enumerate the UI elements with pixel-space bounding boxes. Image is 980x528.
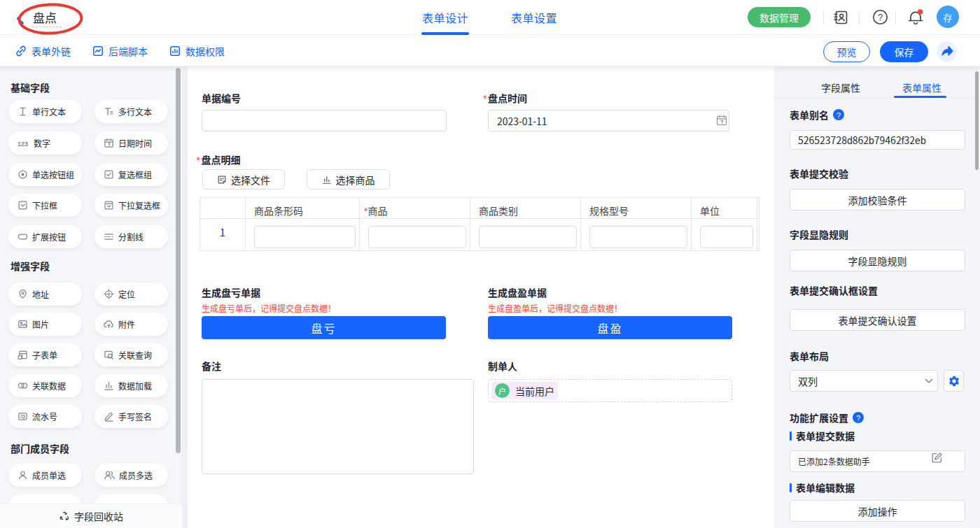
svg-text:?: ? [878, 10, 883, 23]
svg-text:123: 123 [18, 141, 28, 148]
